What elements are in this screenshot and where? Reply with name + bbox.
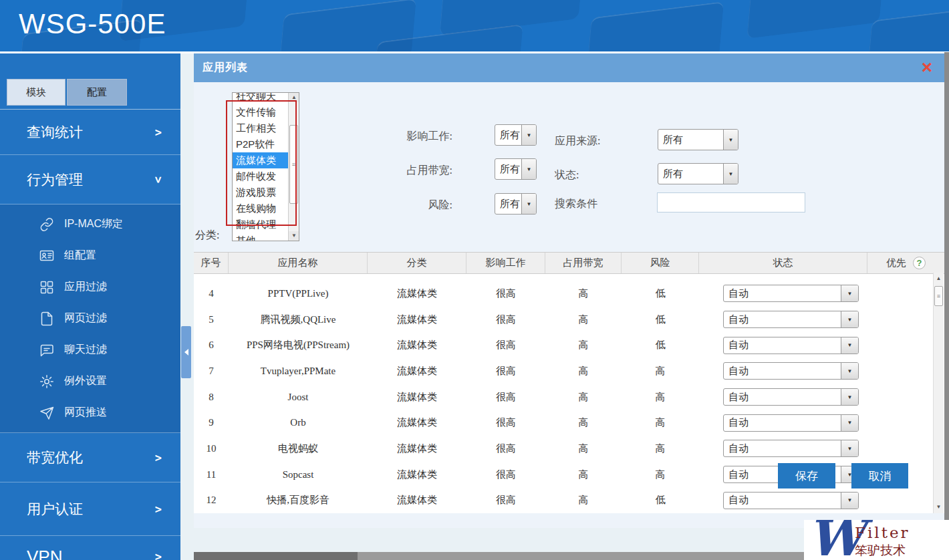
chevron-down-icon[interactable]: ▼: [841, 493, 858, 509]
status-filter-select[interactable]: 所有 ▼: [658, 163, 738, 184]
sidebar-item-label: 用户认证: [27, 500, 83, 519]
sidebar-item-group-config[interactable]: 组配置: [0, 240, 180, 271]
chevron-right-icon: >: [155, 126, 162, 139]
chevron-down-icon[interactable]: ▼: [723, 130, 738, 150]
window-edge-strip: [944, 52, 949, 560]
cell-risk: 高: [622, 365, 699, 378]
status-select[interactable]: 自动▼: [723, 337, 859, 354]
list-item-selected[interactable]: 流媒体类: [233, 152, 288, 168]
sidebar-item-bandwidth-opt[interactable]: 带宽优化 >: [0, 433, 180, 482]
tab-module[interactable]: 模块: [7, 79, 65, 106]
cell-risk: 低: [622, 287, 699, 300]
cell-no: 7: [194, 366, 229, 377]
sidebar-nav: 查询统计 > 行为管理 > IP-MAC绑定 组配置 应用过滤 网页过滤: [0, 109, 180, 560]
cell-risk: 高: [622, 468, 699, 481]
table-scrollbar-thumb[interactable]: ≡: [934, 286, 943, 306]
status-select[interactable]: 自动▼: [723, 285, 859, 302]
cancel-button[interactable]: 取消: [851, 463, 908, 488]
list-item[interactable]: 在线购物: [233, 200, 288, 217]
category-listbox[interactable]: 社交聊天 文件传输 工作相关 P2P软件 流媒体类 邮件收发 游戏股票 在线购物…: [232, 92, 299, 241]
close-icon[interactable]: ×: [916, 56, 938, 79]
search-input[interactable]: [657, 192, 805, 213]
sidebar-collapse-handle[interactable]: [181, 326, 191, 378]
sidebar-item-chat-filter[interactable]: 聊天过滤: [0, 334, 180, 366]
list-item[interactable]: 工作相关: [233, 120, 288, 136]
chevron-down-icon[interactable]: ▼: [841, 415, 858, 431]
chevron-down-icon[interactable]: ▼: [841, 311, 858, 327]
sidebar-tabs: 模块 配置: [7, 79, 127, 106]
chevron-down-icon[interactable]: ▼: [841, 389, 858, 405]
listbox-scrollbar-thumb[interactable]: ≡: [289, 125, 298, 204]
listbox-scrollbar[interactable]: ▲ ≡ ▼: [288, 93, 299, 241]
source-select[interactable]: 所有 ▼: [658, 129, 738, 150]
table-row: 8 Joost 流媒体类 很高 高 高 自动▼: [194, 384, 944, 410]
category-label: 分类:: [195, 229, 219, 243]
list-item[interactable]: P2P软件: [233, 136, 288, 152]
cell-risk: 低: [622, 494, 699, 507]
tab-config[interactable]: 配置: [67, 79, 127, 106]
sidebar-item-label: 网页推送: [64, 406, 107, 420]
status-select[interactable]: 自动▼: [723, 362, 859, 380]
sidebar-item-app-filter[interactable]: 应用过滤: [0, 271, 180, 303]
help-icon[interactable]: ?: [913, 257, 926, 269]
impact-select[interactable]: 所有 ▼: [495, 124, 537, 146]
list-item[interactable]: 社交聊天: [233, 93, 288, 104]
chevron-down-icon[interactable]: ▼: [521, 159, 536, 179]
chevron-down-icon[interactable]: ▼: [521, 125, 536, 145]
cell-bandwidth: 高: [545, 468, 622, 481]
sidebar-item-ip-mac-binding[interactable]: IP-MAC绑定: [0, 208, 180, 240]
list-item[interactable]: 翻墙代理: [233, 217, 288, 233]
select-value: 自动: [724, 337, 841, 354]
sidebar-item-label: 查询统计: [27, 123, 83, 142]
category-list-items: 社交聊天 文件传输 工作相关 P2P软件 流媒体类 邮件收发 游戏股票 在线购物…: [233, 93, 288, 241]
risk-select[interactable]: 所有 ▼: [495, 193, 537, 215]
select-value: 所有: [495, 194, 521, 214]
cell-impact: 很高: [466, 442, 545, 455]
scroll-up-icon[interactable]: ▲: [934, 274, 944, 283]
sidebar-submenu: IP-MAC绑定 组配置 应用过滤 网页过滤 聊天过滤 例外设置: [0, 204, 180, 433]
cell-bandwidth: 高: [545, 442, 622, 455]
chevron-down-icon[interactable]: ▼: [521, 194, 536, 214]
cell-category: 流媒体类: [368, 313, 466, 326]
sidebar-item-web-push[interactable]: 网页推送: [0, 397, 180, 428]
chevron-down-icon[interactable]: ▼: [841, 363, 858, 379]
scroll-down-icon[interactable]: ▼: [289, 231, 299, 241]
cell-impact: 很高: [466, 287, 545, 300]
panel-title: 应用列表: [202, 61, 248, 75]
chevron-down-icon[interactable]: ▼: [841, 285, 858, 301]
scroll-down-icon[interactable]: ▼: [934, 503, 944, 512]
sidebar-item-web-filter[interactable]: 网页过滤: [0, 303, 180, 334]
scroll-up-icon[interactable]: ▲: [289, 93, 299, 102]
chevron-down-icon[interactable]: ▼: [841, 337, 858, 354]
cell-category: 流媒体类: [368, 365, 466, 378]
status-select[interactable]: 自动▼: [723, 414, 859, 432]
horizontal-scrollbar-thumb[interactable]: [194, 552, 358, 560]
sidebar-item-user-auth[interactable]: 用户认证 >: [0, 482, 180, 536]
cell-impact: 很高: [466, 468, 545, 481]
sidebar-item-vpn[interactable]: VPN >: [0, 536, 180, 560]
vendor-watermark: W Filter 笨驴技术: [804, 520, 949, 560]
filter-label-status: 状态:: [555, 168, 642, 182]
sidebar-item-behavior-mgmt[interactable]: 行为管理 >: [0, 155, 180, 204]
list-item[interactable]: 其他: [233, 233, 288, 241]
table-vertical-scrollbar[interactable]: ▲ ≡ ▼: [933, 273, 944, 513]
status-select[interactable]: 自动▼: [723, 440, 859, 457]
table-row: 4 PPTV(PPLive) 流媒体类 很高 高 低 自动▼: [194, 281, 944, 307]
bandwidth-select[interactable]: 所有 ▼: [495, 158, 537, 180]
top-banner: WSG-500E: [0, 0, 949, 51]
list-item[interactable]: 文件传输: [233, 104, 288, 120]
status-select[interactable]: 自动▼: [723, 311, 859, 328]
sidebar-item-query-stats[interactable]: 查询统计 >: [0, 110, 180, 155]
sidebar-item-exception-settings[interactable]: 例外设置: [0, 366, 180, 397]
cell-category: 流媒体类: [368, 416, 466, 429]
cell-no: 5: [194, 314, 229, 325]
list-item[interactable]: 游戏股票: [233, 184, 288, 200]
chevron-down-icon[interactable]: ▼: [841, 440, 858, 456]
cell-impact: 很高: [466, 365, 545, 378]
chevron-down-icon[interactable]: ▼: [723, 164, 738, 184]
save-button[interactable]: 保存: [778, 463, 835, 488]
list-item[interactable]: 邮件收发: [233, 168, 288, 184]
status-select[interactable]: 自动▼: [723, 492, 859, 509]
status-select[interactable]: 自动▼: [723, 388, 859, 406]
search-label: 搜索条件: [555, 197, 642, 211]
